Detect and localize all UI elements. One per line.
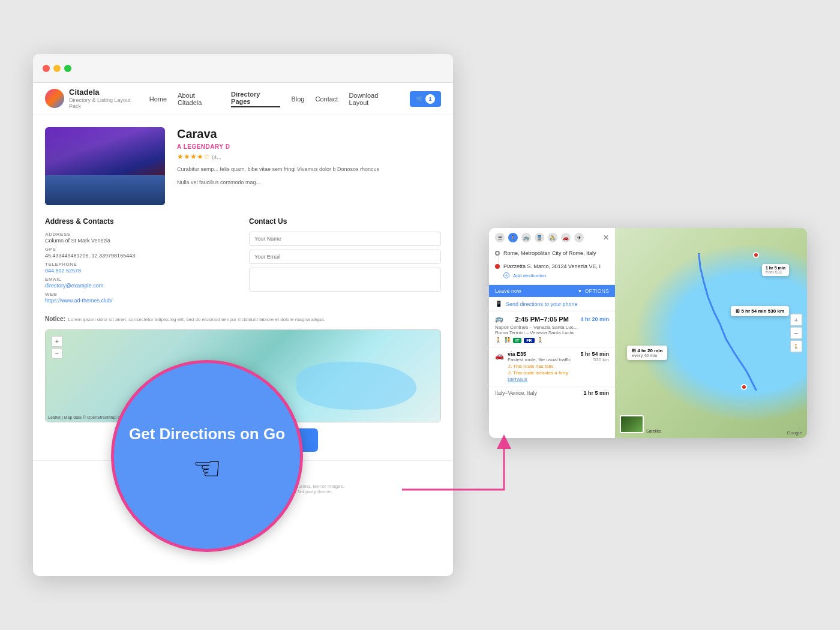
options-label[interactable]: OPTIONS [584,288,609,294]
origin-input[interactable]: Rome, Metropolitan City of Rome, Italy [503,250,609,256]
phone-link[interactable]: 044 802 52578 [45,268,81,274]
nav-directory[interactable]: Directory Pages [231,91,280,107]
tag-fr: FR [524,338,534,343]
car-route-warning2: ⚠ This route includes a ferry [508,370,577,376]
send-to-phone-label[interactable]: Send directions to your phone [506,301,578,307]
logo-icon [45,89,64,108]
map-zoom-out[interactable]: − [52,348,62,359]
map-zoom-in-btn[interactable]: + [790,314,802,326]
listing-image [45,127,165,205]
message-input[interactable] [249,268,441,292]
cursor-hand-icon: ☜ [193,449,221,487]
listing-subtitle: A LEGENDARY D [177,143,441,150]
listing-description2: Nulla vel faucilius commodo mag... [177,179,441,187]
directions-bus-icon[interactable]: 🚌 [521,233,531,242]
directions-train-icon[interactable]: 🚆 [535,233,544,242]
directions-inputs: Rome, Metropolitan City of Rome, Italy P… [495,246,609,282]
browser-bar [33,54,453,83]
destination-dot [495,264,500,269]
satellite-thumbnail[interactable] [620,415,644,433]
address-email: EMAIL directory@example.com [45,277,237,289]
directions-toolbar: ☰ 🚶 🚌 🚆 🚴 🚗 ✈ ✕ Rome, Metropolitan City … [489,228,615,285]
address-section-title: Address & Contacts [45,217,237,226]
car-route-details[interactable]: DETAILS [508,377,577,382]
site-logo: Citadela Directory & Listing Layout Pack [45,88,143,109]
directions-panel: ☰ 🚶 🚌 🚆 🚴 🚗 ✈ ✕ Rome, Metropolitan City … [489,228,615,438]
directions-bike-icon[interactable]: 🚴 [548,233,557,242]
google-maps-window: ☰ 🚶 🚌 🚆 🚴 🚗 ✈ ✕ Rome, Metropolitan City … [489,228,807,438]
maximize-dot[interactable] [64,65,71,72]
train-route-via1: Napoli Centrale – Venezia Santa Luc... [495,325,609,330]
google-map-area[interactable]: ⊞ 5 hr 54 min 530 km ⊞ 4 hr 20 min every… [615,228,807,438]
map-pin-venice [753,252,759,258]
email-input[interactable] [249,250,441,264]
map-tooltip-flight: 1 hr 5 min from €91 [762,264,789,276]
nav-download[interactable]: Download Layout [349,92,399,106]
circle-magnifier: Get Directions on Go ☜ [111,360,303,552]
address-gps: GPS 45.433449481206, 12.339798165443 [45,247,237,259]
directions-close-icon[interactable]: ✕ [603,233,609,242]
phone-icon: 📱 [495,301,502,307]
third-route-duration: 1 hr 5 min [583,390,609,396]
listing-title: Carava [177,127,441,141]
contact-section-title: Contact Us [249,217,441,226]
map-tooltip-train: ⊞ 4 hr 20 min every 40 min [627,346,667,360]
nav-about[interactable]: About Citadela [178,92,220,106]
route-line-svg [615,228,807,438]
contact-column: Contact Us [249,217,441,307]
car-icon: 🚗 [495,352,504,360]
address-tel: TELEPHONE 044 802 52578 [45,262,237,274]
leave-now-bar: Leave now ▼ OPTIONS [489,285,615,297]
map-zoom-in[interactable]: + [52,336,62,347]
site-nav: Citadela Directory & Listing Layout Pack… [33,83,453,115]
train-route-time: 2:45 PM–7:05 PM [515,316,569,323]
map-tooltip-car: ⊞ 5 hr 54 min 530 km [731,306,789,316]
add-destination-icon: + [503,272,509,278]
car-route-distance: 530 km [580,357,609,362]
map-person-btn[interactable]: 🚶 [790,340,802,352]
map-pin-rome [741,384,747,390]
destination-input[interactable]: Piazzetta S. Marco, 30124 Venezia VE, I [503,263,609,269]
leave-now-label[interactable]: Leave now [495,288,575,294]
leave-now-caret[interactable]: ▼ [578,289,583,294]
nav-contact[interactable]: Contact [315,95,338,103]
add-destination-label[interactable]: Add destination [513,273,546,278]
directions-menu-icon[interactable]: ☰ [495,233,505,242]
directions-plane-icon[interactable]: ✈ [574,233,584,242]
car-route-duration: 5 hr 54 min [580,351,609,357]
car-route-desc: Fastest route, the usual traffic [508,357,577,362]
web-link[interactable]: https://www.ad-themes.club/ [45,298,113,304]
notice-text: Lorem ipsum dolor sit amet, consectetur … [68,317,325,322]
circle-button-text: Get Directions on Go [117,425,297,443]
third-route-label: Italy–Venice, Italy [495,390,537,396]
close-dot[interactable] [43,65,50,72]
origin-dot [495,251,500,256]
nav-cart-button[interactable]: 🛒 1 [410,91,441,107]
map-zoom-controls: + − 🚶 [790,314,802,352]
nav-home[interactable]: Home [149,95,167,103]
nav-links: Home About Citadela Directory Pages Blog… [149,91,441,107]
car-route-warning1: ⚠ This route has tolls [508,364,577,369]
browser-dots [43,65,71,72]
minimize-dot[interactable] [53,65,61,72]
train-route-duration: 4 hr 20 min [580,316,609,322]
listing-description1: Curabitur semp... felis quam, bibe vitae… [177,166,441,174]
notice-section: Notice: Lorem ipsum dolor sit amet, cons… [33,313,453,323]
nav-blog[interactable]: Blog [291,95,304,103]
map-zoom-out-btn[interactable]: − [790,327,802,339]
listing-stars: ★★★★☆ (4... [177,152,441,161]
directions-walking-icon[interactable]: 🚶 [508,233,518,242]
name-input[interactable] [249,232,441,246]
send-to-phone-row: 📱 Send directions to your phone [489,297,615,311]
connecting-arrow [396,430,528,502]
email-link[interactable]: directory@example.com [45,283,103,289]
arrow-wrapper [396,430,528,504]
satellite-label: Satellite [646,429,661,433]
car-route-row: 🚗 via E35 Fastest route, the usual traff… [489,347,615,386]
address-address: ADDRESS Column of St Mark Venezia [45,232,237,244]
address-web: WEB https://www.ad-themes.club/ [45,292,237,304]
directions-car-icon[interactable]: 🚗 [561,233,571,242]
map-controls: + − [52,336,62,359]
listing-info: Carava A LEGENDARY D ★★★★☆ (4... Curabit… [177,127,441,205]
cart-badge: 1 [425,94,435,104]
